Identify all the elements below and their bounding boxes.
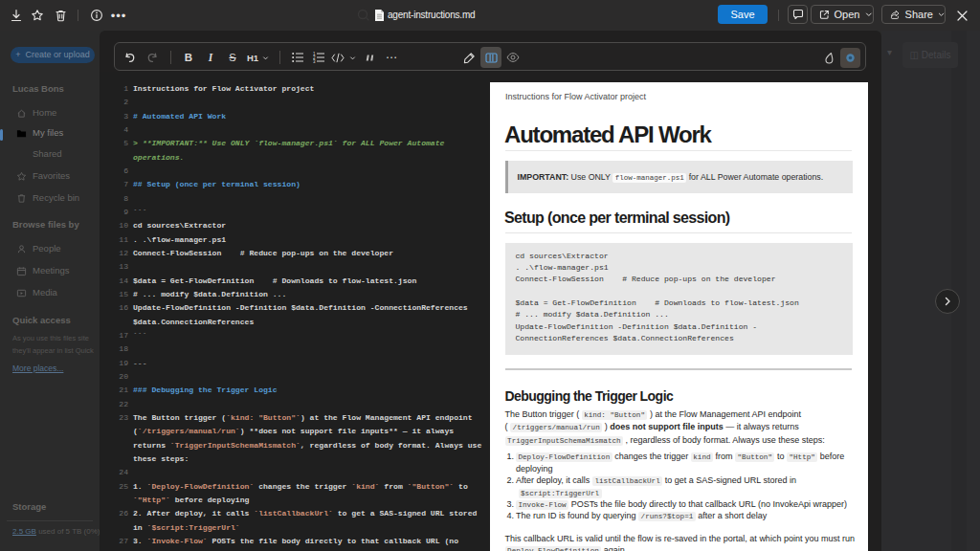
svg-text:3: 3 xyxy=(313,59,316,63)
